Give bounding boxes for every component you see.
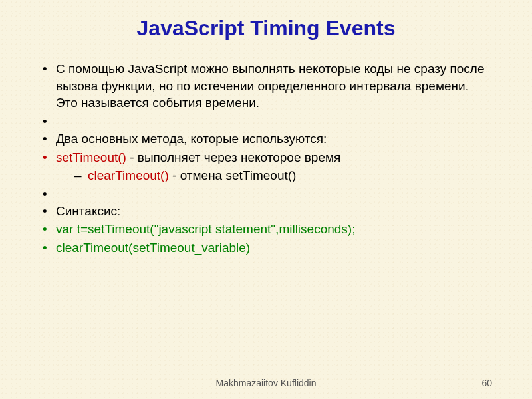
bullet-list: С помощью JavaScript можно выполнять нек… [40,61,492,257]
text-settimeout-rest: - выполняет через некоторое время [126,150,340,164]
footer-page-number: 60 [481,378,492,388]
bullet-syntax-heading: Синтаксис: [40,203,492,220]
sub-list: clearTimeout() - отмена setTimeout() [56,167,492,184]
text-cleartimeout-rest: - отмена setTimeout() [169,168,297,182]
code-syntax1: var t=setTimeout("javascript statement",… [56,222,355,236]
code-settimeout: setTimeout() [56,150,126,164]
sub-cleartimeout: clearTimeout() - отмена setTimeout() [56,167,492,184]
slide: JavaScript Timing Events С помощью JavaS… [0,0,532,257]
bullet-syntax-line2: clearTimeout(setTimeout_variable) [40,239,492,257]
bullet-settimeout: setTimeout() - выполняет через некоторое… [40,149,492,184]
bullet-methods-heading: Два основных метода, которые используютс… [40,130,492,148]
spacer [40,113,492,129]
slide-title: JavaScript Timing Events [40,16,492,41]
code-cleartimeout: clearTimeout() [88,168,169,182]
spacer [40,186,492,201]
footer-author: Makhmazaiitov Kufliddin [0,378,532,388]
bullet-intro: С помощью JavaScript можно выполнять нек… [40,61,492,112]
code-syntax2: clearTimeout(setTimeout_variable) [56,241,250,255]
bullet-syntax-line1: var t=setTimeout("javascript statement",… [40,221,492,238]
